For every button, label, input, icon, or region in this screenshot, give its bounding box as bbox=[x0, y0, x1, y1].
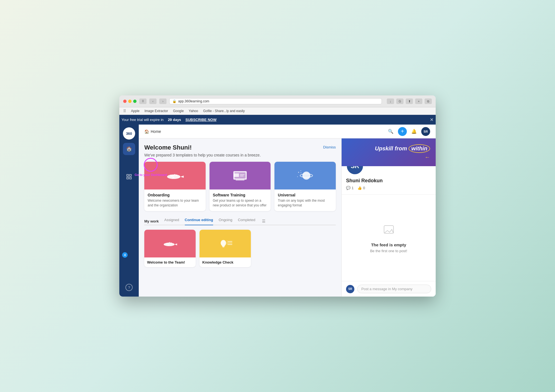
tab-completed[interactable]: Completed bbox=[238, 218, 255, 225]
search-btn[interactable]: 🔍 bbox=[386, 127, 395, 136]
universal-card-image: ✦ bbox=[274, 162, 336, 189]
banner-close-btn[interactable]: ✕ bbox=[430, 117, 433, 122]
my-work-label: My work bbox=[144, 219, 159, 223]
svg-rect-3 bbox=[130, 177, 131, 179]
svg-point-8 bbox=[173, 174, 174, 176]
profile-stat-1: 💬 1 bbox=[346, 186, 354, 190]
list-icon[interactable]: ☰ bbox=[262, 219, 266, 223]
main-area: Welcome Shuni! We've prepared 3 template… bbox=[139, 138, 436, 297]
work-card-welcome-image bbox=[144, 230, 196, 257]
svg-text:✦: ✦ bbox=[300, 172, 302, 174]
add-btn[interactable]: + bbox=[398, 127, 407, 136]
tabs-header: My work Assigned Continue editing Ongoin… bbox=[144, 218, 336, 225]
svg-rect-32 bbox=[222, 247, 224, 247]
profile-section: SR Shuni Redokun 💬 1 👍 0 bbox=[342, 166, 436, 195]
svg-rect-13 bbox=[236, 179, 244, 180]
breadcrumb-text: Home bbox=[151, 129, 161, 134]
bookmark-apple[interactable]: Apple bbox=[131, 109, 140, 113]
template-card-universal[interactable]: ✦ Universal Train on any topic with the … bbox=[274, 162, 336, 211]
svg-point-17 bbox=[302, 172, 310, 180]
right-sidebar: Upskill from within ← SR Shuni Redokun 💬 bbox=[341, 138, 436, 297]
onboarding-card-desc: Welcome newcomers to your team and the o… bbox=[148, 198, 202, 208]
tabs-section: My work Assigned Continue editing Ongoin… bbox=[144, 218, 336, 225]
app-logo[interactable]: 360 bbox=[123, 127, 135, 140]
dashboard-tooltip-text[interactable]: Go to your Dashboard bbox=[135, 173, 167, 177]
software-card-title: Software Training bbox=[213, 193, 268, 197]
svg-point-10 bbox=[176, 174, 177, 176]
work-card-welcome[interactable]: Welcome to the Team! bbox=[144, 230, 196, 267]
post-avatar: SR bbox=[346, 285, 354, 293]
sidebar-help-btn[interactable]: ? bbox=[125, 284, 133, 291]
svg-point-19 bbox=[298, 172, 299, 173]
feed-empty-icon bbox=[382, 223, 396, 239]
close-traffic-light[interactable] bbox=[123, 100, 127, 103]
url-text: app.360learning.com bbox=[178, 99, 209, 103]
welcome-title: Welcome Shuni! bbox=[144, 144, 261, 151]
share-btn[interactable]: ⬆ bbox=[406, 98, 413, 104]
post-message-bar: SR Post a message in My company bbox=[342, 281, 436, 297]
tab-overview-btn[interactable]: ⧉ bbox=[425, 98, 432, 104]
template-cards: Onboarding Welcome newcomers to your tea… bbox=[144, 162, 336, 211]
svg-rect-16 bbox=[240, 176, 244, 176]
feed-empty-title: The feed is empty bbox=[371, 242, 406, 247]
svg-rect-33 bbox=[228, 241, 232, 242]
bookmark-gofile[interactable]: Gofile - Share...ly and easily bbox=[203, 109, 245, 113]
svg-point-27 bbox=[167, 242, 168, 244]
forward-btn[interactable]: › bbox=[159, 98, 167, 104]
svg-rect-1 bbox=[130, 174, 131, 176]
sidebar-item-dashboard[interactable] bbox=[123, 171, 135, 183]
tab-assigned[interactable]: Assigned bbox=[164, 218, 179, 225]
bookmark-image-extractor[interactable]: Image Extractor bbox=[145, 109, 168, 113]
content-area: Welcome Shuni! We've prepared 3 template… bbox=[139, 138, 341, 297]
bookmark-yahoo[interactable]: Yahoo bbox=[189, 109, 198, 113]
download-btn[interactable]: ↓ bbox=[387, 98, 394, 104]
dashboard-tooltip-circle bbox=[144, 158, 158, 172]
dismiss-btn[interactable]: Dismiss bbox=[323, 145, 336, 149]
svg-point-29 bbox=[171, 242, 172, 244]
address-bar[interactable]: 🔒 app.360learning.com bbox=[169, 98, 382, 104]
subscribe-link[interactable]: SUBSCRIBE NOW bbox=[185, 118, 216, 122]
maximize-traffic-light[interactable] bbox=[133, 100, 137, 103]
top-header: 🏠 Home 🔍 + 🔔 SR bbox=[139, 125, 436, 138]
svg-marker-5 bbox=[180, 176, 184, 178]
traffic-lights bbox=[123, 100, 137, 103]
browser-actions: ↓ G ⬆ + ⧉ bbox=[387, 98, 432, 104]
svg-point-20 bbox=[300, 170, 301, 171]
software-card-image bbox=[210, 162, 271, 189]
profile-stat-2: 👍 0 bbox=[357, 186, 365, 190]
welcome-header: Welcome Shuni! We've prepared 3 template… bbox=[144, 144, 336, 157]
work-card-knowledge[interactable]: ? ? ? Knowledge Check bbox=[200, 230, 251, 267]
comment-icon-stat: 💬 bbox=[346, 186, 350, 190]
tab-ongoing[interactable]: Ongoing bbox=[219, 218, 232, 225]
sidebar-toggle-btn[interactable]: ⠿ bbox=[139, 98, 147, 104]
user-avatar-header[interactable]: SR bbox=[421, 127, 430, 136]
bookmark-google[interactable]: Google bbox=[173, 109, 184, 113]
browser-window: ⠿ ‹ › 🔒 app.360learning.com ↓ G ⬆ + ⧉ ⠿ … bbox=[119, 95, 436, 297]
browser-titlebar: ⠿ ‹ › 🔒 app.360learning.com ↓ G ⬆ + ⧉ bbox=[119, 95, 436, 107]
trial-text: Your free trial will expire in bbox=[122, 118, 163, 122]
sidebar-item-home[interactable]: 🏠 bbox=[123, 143, 135, 155]
google-ext-btn[interactable]: G bbox=[396, 98, 403, 104]
feed-section: The feed is empty Be the first one to po… bbox=[342, 195, 436, 281]
post-message-input[interactable]: Post a message in My company bbox=[357, 285, 431, 293]
minimize-traffic-light[interactable] bbox=[128, 100, 132, 103]
profile-name: Shuni Redokun bbox=[346, 178, 431, 184]
profile-banner: Upskill from within ← bbox=[342, 138, 436, 166]
new-tab-btn[interactable]: + bbox=[415, 98, 422, 104]
bookmarks-bar: ⠿ Apple Image Extractor Google Yahoo Gof… bbox=[119, 107, 436, 115]
svg-rect-0 bbox=[127, 174, 128, 176]
svg-rect-14 bbox=[233, 173, 239, 177]
notification-btn[interactable]: 🔔 bbox=[410, 127, 418, 136]
template-card-software[interactable]: Software Training Get your teams up to s… bbox=[210, 162, 271, 211]
lock-icon: 🔒 bbox=[172, 99, 176, 103]
tab-continue-editing[interactable]: Continue editing bbox=[185, 218, 213, 225]
onboarding-card-title: Onboarding bbox=[148, 193, 202, 197]
back-btn[interactable]: ‹ bbox=[149, 98, 157, 104]
upskill-arrow: ← bbox=[375, 154, 430, 160]
app-layout: 360 🏠 Go to your Dashboard 4 ? bbox=[119, 125, 436, 297]
svg-rect-35 bbox=[228, 244, 232, 245]
home-icon: 🏠 bbox=[144, 129, 149, 134]
stat-2-count: 0 bbox=[363, 186, 365, 190]
sidebar: 360 🏠 Go to your Dashboard 4 ? bbox=[119, 125, 139, 297]
work-cards: Welcome to the Team! bbox=[144, 230, 336, 267]
